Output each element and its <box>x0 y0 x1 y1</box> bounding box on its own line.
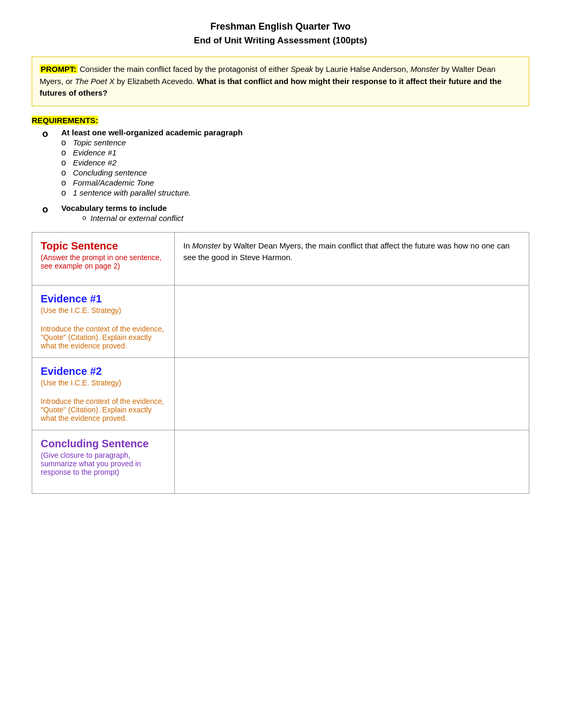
requirements-label: REQUIREMENTS: <box>32 116 98 125</box>
evidence1-left-col: Evidence #1 (Use the I.C.E. Strategy) In… <box>32 285 175 357</box>
writing-table: Topic Sentence (Answer the prompt in one… <box>32 232 529 494</box>
topic-sub: (Answer the prompt in one sentence, see … <box>41 253 166 270</box>
prompt-label: PROMPT: <box>40 64 78 73</box>
req-sublist-2: oInternal or external conflict <box>61 214 183 223</box>
evidence1-sub: (Use the I.C.E. Strategy) <box>41 306 166 315</box>
evidence2-left-col: Evidence #2 (Use the I.C.E. Strategy) In… <box>32 357 175 430</box>
concluding-heading: Concluding Sentence <box>41 438 166 450</box>
evidence2-sub: (Use the I.C.E. Strategy) <box>41 379 166 387</box>
prompt-between1: by Laurie Halse Anderson, <box>313 64 410 73</box>
concluding-left-col: Concluding Sentence (Give closure to par… <box>32 430 175 493</box>
page-title: Freshman English Quarter Two <box>32 21 529 32</box>
evidence1-right-col <box>175 285 529 357</box>
req-sub-1-2: oEvidence #1 <box>61 148 242 158</box>
topic-sentence-row: Topic Sentence (Answer the prompt in one… <box>32 232 529 285</box>
req-item-1: o At least one well-organized academic p… <box>42 128 529 198</box>
concluding-sub: (Give closure to paragraph, summarize wh… <box>41 451 166 476</box>
prompt-between3: by Elizabeth Acevedo. <box>115 77 197 86</box>
evidence2-extra: Introduce the context of the evidence, "… <box>41 397 166 422</box>
prompt-text-before: Consider the main conflict faced by the … <box>80 64 291 73</box>
page-subtitle: End of Unit Writing Assessment (100pts) <box>32 35 529 46</box>
req-item-2: o Vocabulary terms to include oInternal … <box>42 204 529 223</box>
bullet-1: o <box>42 128 52 140</box>
prompt-book2: Monster <box>410 64 439 73</box>
req-sub-1-1: oTopic sentence <box>61 138 242 148</box>
req-sublist-1: oTopic sentence oEvidence #1 oEvidence #… <box>61 138 242 198</box>
prompt-box: PROMPT: Consider the main conflict faced… <box>32 57 529 106</box>
evidence1-row: Evidence #1 (Use the I.C.E. Strategy) In… <box>32 285 529 357</box>
evidence2-right-col <box>175 357 529 430</box>
book-name-monster: Monster <box>192 241 221 250</box>
topic-heading: Topic Sentence <box>41 240 166 252</box>
requirements-list: o At least one well-organized academic p… <box>32 128 529 223</box>
req-item-2-text: Vocabulary terms to include <box>61 204 167 213</box>
prompt-book1: Speak <box>291 64 313 73</box>
prompt-book3: The Poet X <box>75 77 115 86</box>
concluding-row: Concluding Sentence (Give closure to par… <box>32 430 529 493</box>
requirements-section: REQUIREMENTS: o At least one well-organi… <box>32 116 529 223</box>
req-sub-1-3: oEvidence #2 <box>61 158 242 168</box>
req-sub-1-5: oFormal/Academic Tone <box>61 178 242 188</box>
bullet-2: o <box>42 204 52 216</box>
req-sub-2-1: oInternal or external conflict <box>82 214 183 223</box>
evidence2-heading: Evidence #2 <box>41 365 166 377</box>
topic-left-col: Topic Sentence (Answer the prompt in one… <box>32 232 175 285</box>
evidence1-extra: Introduce the context of the evidence, "… <box>41 325 166 350</box>
evidence1-heading: Evidence #1 <box>41 293 166 305</box>
req-sub-1-4: oConcluding sentence <box>61 168 242 178</box>
concluding-right-col <box>175 430 529 493</box>
evidence2-row: Evidence #2 (Use the I.C.E. Strategy) In… <box>32 357 529 430</box>
topic-answer: In Monster by Walter Dean Myers, the mai… <box>183 240 520 264</box>
req-sub-1-6: o1 sentence with parallel structure. <box>61 188 242 198</box>
req-item-1-text: At least one well-organized academic par… <box>61 128 242 137</box>
topic-right-col: In Monster by Walter Dean Myers, the mai… <box>175 232 529 285</box>
